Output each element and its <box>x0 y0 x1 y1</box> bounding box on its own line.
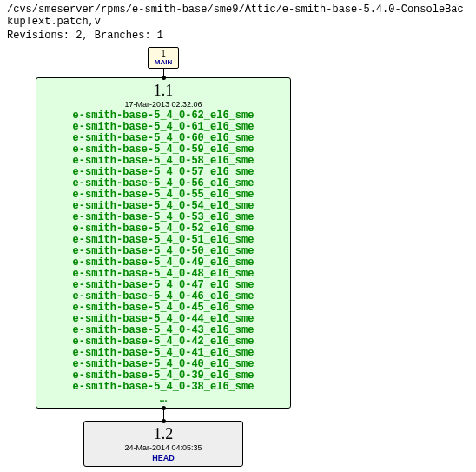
branch-number: 1 <box>149 50 178 58</box>
revision-version: 1.2 <box>89 425 237 443</box>
revision-tags: e-smith-base-5_4_0-62_el6_smee-smith-bas… <box>42 110 285 404</box>
revision-tag: e-smith-base-5_4_0-38_el6_sme <box>42 382 285 393</box>
graph-connector <box>163 69 164 77</box>
revision-date: 24-Mar-2014 04:05:35 <box>89 443 237 452</box>
revision-node-1-2[interactable]: 1.2 24-Mar-2014 04:05:35 HEAD <box>83 421 243 467</box>
revision-date: 17-Mar-2013 02:32:06 <box>42 100 285 109</box>
file-path: /cvs/smeserver/rpms/e-smith-base/sme9/At… <box>7 3 469 28</box>
head-label: HEAD <box>89 454 237 462</box>
revision-summary: Revisions: 2, Branches: 1 <box>7 30 469 42</box>
graph-connector <box>163 409 164 421</box>
tags-more-indicator: ... <box>42 393 285 404</box>
revision-node-1-1[interactable]: 1.1 17-Mar-2013 02:32:06 e-smith-base-5_… <box>36 77 291 409</box>
branch-badge-main[interactable]: 1 MAIN <box>148 47 179 69</box>
branch-label: MAIN <box>149 59 178 66</box>
revision-version: 1.1 <box>42 82 285 100</box>
revision-graph: 1 MAIN 1.1 17-Mar-2013 02:32:06 e-smith-… <box>16 47 311 467</box>
